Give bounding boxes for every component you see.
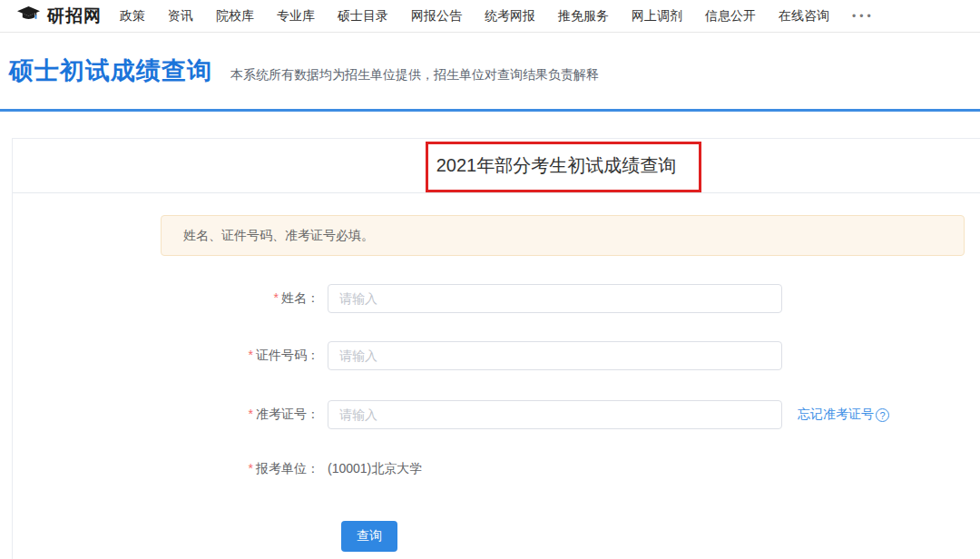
form-row-admission-ticket: *准考证号： 忘记准考证号? (228, 400, 889, 429)
forgot-ticket-link[interactable]: 忘记准考证号? (798, 407, 889, 423)
name-input[interactable] (328, 284, 782, 313)
admission-ticket-input[interactable] (328, 400, 782, 429)
form-row-id-number: *证件号码： (228, 341, 782, 370)
nav-item-zhengce[interactable]: 政策 (120, 8, 145, 25)
nav-item-wangbaogonggao[interactable]: 网报公告 (411, 8, 462, 25)
nav-item-tongkaowangbao[interactable]: 统考网报 (485, 8, 535, 25)
nav-item-wangshangtiaoji[interactable]: 网上调剂 (632, 8, 682, 25)
question-mark-icon: ? (876, 408, 889, 422)
site-name: 研招网 (47, 5, 102, 28)
form-row-name: *姓名： (228, 284, 782, 313)
target-university-value: (10001)北京大学 (328, 461, 422, 477)
nav-item-yuanxiaoku[interactable]: 院校库 (216, 8, 254, 25)
nav-item-zaixianzixun[interactable]: 在线咨询 (779, 8, 829, 25)
required-mark: * (249, 348, 253, 362)
nav-item-tuimianfuwu[interactable]: 推免服务 (558, 8, 609, 25)
main-nav: 政策 资讯 院校库 专业库 硕士目录 网报公告 统考网报 推免服务 网上调剂 信… (120, 8, 875, 25)
card-title: 2021年部分考生初试成绩查询 (436, 153, 677, 178)
blue-divider (0, 109, 980, 112)
target-university-label: *报考单位： (228, 461, 328, 477)
site-logo[interactable]: 研招网 (16, 5, 102, 28)
page-header: 硕士初试成绩查询 本系统所有数据均为招生单位提供，招生单位对查询结果负责解释 (9, 54, 599, 87)
admission-ticket-label: *准考证号： (228, 407, 328, 423)
page-subtitle: 本系统所有数据均为招生单位提供，招生单位对查询结果负责解释 (230, 67, 599, 83)
required-mark: * (274, 290, 279, 305)
form-row-target-university: *报考单位： (10001)北京大学 (228, 455, 422, 484)
nav-item-xinxigongkai[interactable]: 信息公开 (705, 8, 756, 25)
query-card: 2021年部分考生初试成绩查询 姓名、证件号码、准考证号必填。 *姓名： *证件… (12, 138, 980, 559)
required-fields-alert: 姓名、证件号码、准考证号必填。 (161, 215, 965, 256)
name-label: *姓名： (228, 290, 328, 307)
id-number-label: *证件号码： (228, 348, 328, 364)
query-button[interactable]: 查询 (341, 521, 397, 552)
required-mark: * (249, 407, 253, 421)
alert-text: 姓名、证件号码、准考证号必填。 (183, 228, 374, 244)
id-number-input[interactable] (328, 341, 782, 370)
nav-item-zixun[interactable]: 资讯 (168, 8, 193, 25)
graduation-cap-icon (16, 5, 41, 26)
nav-more-ellipsis-icon[interactable]: ••• (852, 10, 875, 23)
nav-item-zhuanyeku[interactable]: 专业库 (277, 8, 315, 25)
nav-item-shuoshimulu[interactable]: 硕士目录 (338, 8, 388, 25)
page-title: 硕士初试成绩查询 (9, 54, 212, 87)
required-mark: * (249, 461, 253, 476)
score-query-page: 研招网 政策 资讯 院校库 专业库 硕士目录 网报公告 统考网报 推免服务 网上… (0, 0, 980, 559)
card-header: 2021年部分考生初试成绩查询 (13, 139, 980, 193)
top-navbar: 研招网 政策 资讯 院校库 专业库 硕士目录 网报公告 统考网报 推免服务 网上… (0, 0, 980, 33)
